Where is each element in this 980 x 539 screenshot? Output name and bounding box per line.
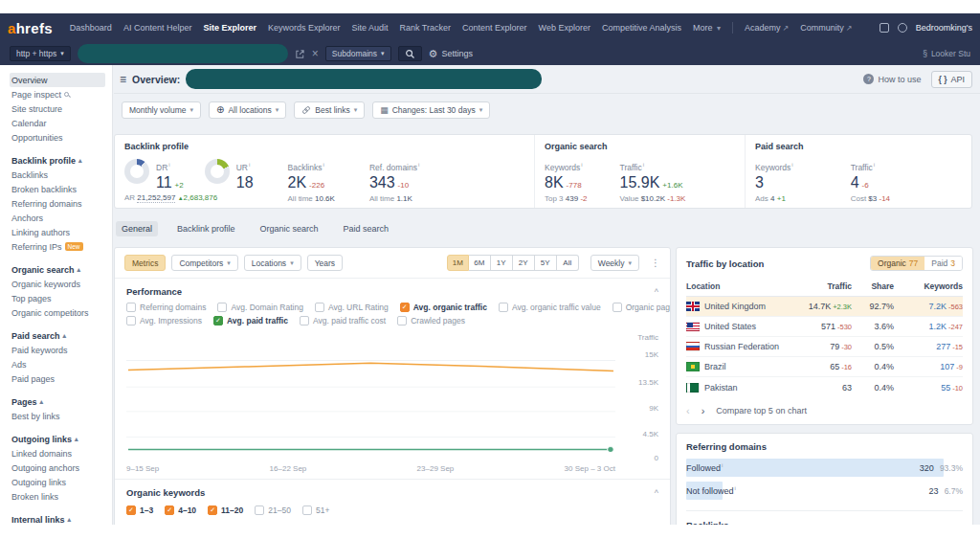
range-6m[interactable]: 6M (469, 255, 491, 271)
toggle-avg-organic-traffic-value[interactable]: Avg. organic traffic value (499, 303, 601, 312)
toggle-pos-21-50[interactable]: 21–50 (255, 505, 291, 515)
kebab-menu-icon[interactable]: ⋮ (651, 258, 660, 268)
collapse-panel-icon[interactable]: ^ (655, 287, 658, 297)
performance-chart[interactable]: Traffic 15K 13.5K 9K 4.5K 0 (126, 335, 658, 475)
sidebar-item-organic-keywords[interactable]: Organic keywords (10, 277, 112, 291)
nav-keywords-explorer[interactable]: Keywords Explorer (268, 23, 341, 33)
hamburger-icon[interactable]: ≡ (120, 73, 126, 86)
organic-traffic-metric[interactable]: Traffici 15.9K+1.6K Value $10.2K -1.3K (620, 157, 686, 203)
nav-academy[interactable]: Academy↗ (745, 23, 789, 33)
paid-keywords-metric[interactable]: Keywordsi 3 Ads 4 +1 (755, 157, 793, 203)
open-target-icon[interactable] (295, 49, 305, 59)
sidebar-item-page-inspect[interactable]: Page inspect (10, 87, 112, 101)
followed-row[interactable]: Followedi 32093.3% (686, 458, 963, 478)
backlinks-metric[interactable]: Backlinksi 2K-226 All time 10.6K (288, 157, 335, 203)
locations-dropdown[interactable]: Locations▾ (244, 255, 301, 271)
sidebar-item-backlinks[interactable]: Backlinks (10, 168, 112, 182)
nav-content-explorer[interactable]: Content Explorer (462, 23, 527, 33)
sidebar-section-pages[interactable]: Pages▴ (10, 394, 112, 409)
best-links-dropdown[interactable]: Best links▾ (294, 101, 365, 119)
toggle-avg-paid-traffic[interactable]: ✓Avg. paid traffic (213, 316, 288, 326)
sidebar-item-opportunities[interactable]: Opportunities (10, 130, 112, 145)
sidebar-section-internal-links[interactable]: Internal links▴ (10, 512, 112, 525)
account-name[interactable]: Bedroomking's (916, 23, 972, 33)
api-button[interactable]: { }API (931, 71, 973, 88)
tab-organic-search[interactable]: Organic search (255, 221, 324, 236)
ref-domains-metric[interactable]: Ref. domainsi 343-10 All time 1.1K (369, 157, 419, 203)
sidebar-item-broken-links[interactable]: Broken links (10, 489, 112, 504)
range-2y[interactable]: 2Y (513, 255, 535, 271)
sidebar-section-backlink-profile[interactable]: Backlink profile▴ (10, 153, 112, 168)
how-to-use-link[interactable]: ?How to use (863, 74, 921, 84)
looker-studio-link[interactable]: §Looker Stu (923, 49, 970, 58)
granularity-dropdown[interactable]: Weekly▾ (590, 255, 639, 271)
all-locations-dropdown[interactable]: ⊕All locations▾ (209, 101, 286, 119)
metrics-tab[interactable]: Metrics (124, 255, 166, 271)
sidebar-item-referring-ips[interactable]: Referring IPsNew (10, 239, 112, 254)
toggle-crawled-pages[interactable]: Crawled pages (397, 316, 465, 326)
location-row-brazil[interactable]: Brazil 65-16 0.4% 107-9 (686, 357, 963, 377)
toggle-pos-11-20[interactable]: ✓11–20 (208, 505, 243, 515)
compare-top5-link[interactable]: Compare top 5 on chart (716, 406, 807, 415)
range-5y[interactable]: 5Y (535, 255, 557, 271)
nav-community[interactable]: Community↗ (800, 23, 852, 33)
nav-more[interactable]: More ▾ (693, 23, 721, 33)
prev-page-icon[interactable]: ‹ (686, 405, 690, 416)
clear-input-icon[interactable]: × (312, 47, 319, 60)
changes-dropdown[interactable]: ▦Changes: Last 30 days▾ (372, 101, 490, 119)
sidebar-item-overview[interactable]: Overview (10, 73, 105, 87)
protocol-dropdown[interactable]: http + https▾ (10, 46, 71, 61)
nav-web-explorer[interactable]: Web Explorer (539, 23, 590, 33)
organic-keywords-metric[interactable]: Keywordsi 8K-778 Top 3 439 -2 (545, 157, 588, 203)
collapse-panel-icon[interactable]: ^ (655, 488, 658, 498)
paid-traffic-metric[interactable]: Traffici 4-6 Cost $3 -14 (851, 157, 890, 203)
location-row-russian-federation[interactable]: Russian Federation 79-30 0.5% 277-15 (686, 337, 963, 357)
sidebar-item-organic-competitors[interactable]: Organic competitors (10, 305, 112, 320)
monthly-volume-dropdown[interactable]: Monthly volume▾ (122, 101, 201, 119)
sidebar-item-broken-backlinks[interactable]: Broken backlinks (10, 182, 112, 196)
scope-dropdown[interactable]: Subdomains▾ (325, 46, 391, 61)
sidebar-item-linked-domains[interactable]: Linked domains (10, 446, 112, 460)
nav-ai-content-helper[interactable]: AI Content Helper (123, 23, 192, 33)
nav-dashboard[interactable]: Dashboard (70, 23, 112, 33)
sidebar-item-anchors[interactable]: Anchors (10, 211, 112, 225)
nav-rank-tracker[interactable]: Rank Tracker (400, 23, 452, 33)
toggle-referring-domains[interactable]: Referring domains (126, 303, 206, 312)
toggle-avg-paid-traffic-cost[interactable]: Avg. paid traffic cost (300, 316, 386, 326)
toggle-organic-pages[interactable]: Organic pages (612, 303, 671, 312)
sidebar-item-top-pages[interactable]: Top pages (10, 291, 112, 305)
toggle-avg-organic-traffic[interactable]: ✓Avg. organic traffic (400, 303, 487, 312)
sidebar-item-linking-authors[interactable]: Linking authors (10, 225, 112, 239)
toggle-avg-domain-rating[interactable]: Avg. Domain Rating (217, 303, 302, 312)
nav-competitive-analysis[interactable]: Competitive Analysis (602, 23, 681, 33)
tab-paid-search[interactable]: Paid search (338, 221, 395, 236)
clock-icon[interactable] (898, 23, 907, 33)
toggle-pos-4-10[interactable]: ✓4–10 (165, 505, 196, 515)
nav-site-explorer[interactable]: Site Explorer (203, 23, 256, 33)
sidebar-item-calendar[interactable]: Calendar (10, 116, 112, 130)
tab-general[interactable]: General (116, 221, 158, 236)
next-page-icon[interactable]: › (702, 405, 705, 416)
range-1y[interactable]: 1Y (491, 255, 513, 271)
sidebar-item-best-by-links[interactable]: Best by links (10, 409, 112, 423)
tab-backlink-profile[interactable]: Backlink profile (171, 221, 241, 236)
sidebar-item-outgoing-anchors[interactable]: Outgoing anchors (10, 460, 112, 475)
ahrefs-logo[interactable]: ahrefs (8, 20, 53, 36)
not-followed-row[interactable]: Not followedi 236.7% (686, 481, 963, 501)
sidebar-item-paid-keywords[interactable]: Paid keywords (10, 343, 112, 357)
years-tab[interactable]: Years (307, 255, 343, 271)
sidebar-item-ads[interactable]: Ads (10, 357, 112, 371)
settings-button[interactable]: ⚙Settings (429, 49, 473, 59)
sidebar-section-organic-search[interactable]: Organic search▴ (10, 262, 112, 277)
inbox-icon[interactable] (880, 23, 889, 33)
location-row-united-kingdom[interactable]: United Kingdom 14.7K+2.3K 92.7% 7.2K-563 (686, 297, 963, 317)
sidebar-item-site-structure[interactable]: Site structure (10, 101, 112, 116)
toggle-avg-impressions[interactable]: Avg. Impressions (126, 316, 202, 326)
toggle-organic[interactable]: Organic77 (871, 257, 924, 270)
toggle-pos-51plus[interactable]: 51+ (302, 505, 329, 515)
toggle-paid[interactable]: Paid3 (924, 257, 962, 270)
sidebar-section-paid-search[interactable]: Paid search▴ (10, 328, 112, 343)
location-row-united-states[interactable]: United States 571-530 3.6% 1.2K-247 (686, 317, 963, 337)
toggle-pos-1-3[interactable]: ✓1–3 (126, 505, 153, 515)
target-domain-input[interactable] (78, 44, 288, 63)
